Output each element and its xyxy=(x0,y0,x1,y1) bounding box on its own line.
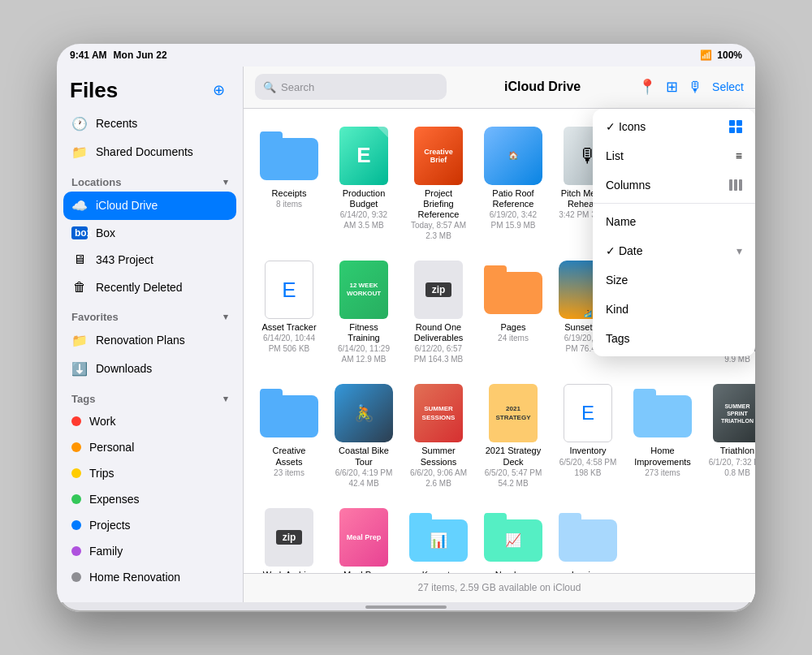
fitness-thumb: 12 WEEK WORKOUT xyxy=(335,261,393,319)
file-item-work-archive[interactable]: zip Work Archive 5/29/20, 10:27 AM 55.7 … xyxy=(257,503,322,573)
dropdown-view-section: ✓ Icons List ≡ Columns xyxy=(593,109,755,204)
dropdown-sort-section: Name ✓ Date ▾ Size Kind Tags xyxy=(593,204,755,356)
dropdown-icons[interactable]: ✓ Icons xyxy=(593,112,755,141)
sidebar-item-deleted[interactable]: 🗑 Recently Deleted xyxy=(63,274,236,301)
sidebar-item-box[interactable]: box Box xyxy=(63,220,236,246)
select-button[interactable]: Select xyxy=(712,80,744,93)
status-bar-right: 📶 100% xyxy=(700,50,742,61)
file-item-pages-folder[interactable]: Pages 24 items xyxy=(481,256,546,369)
file-item-invoices[interactable]: Invoices 8 items xyxy=(555,503,620,573)
file-item-keynote[interactable]: 📊 Keynote 32 items xyxy=(406,503,471,573)
home-imp-name: Home Improvements xyxy=(633,446,692,467)
project-name: Project Briefing Reference xyxy=(409,188,468,221)
file-item-home-imp[interactable]: Home Improvements 273 items xyxy=(630,379,695,493)
trash-icon: 🗑 xyxy=(71,280,88,295)
renovation-icon: 📁 xyxy=(71,333,88,348)
patio-meta: 6/19/20, 3:42 PM 15.9 MB xyxy=(484,209,542,231)
project-thumb: Creative Brief xyxy=(409,127,468,185)
file-item-summer[interactable]: SUMMER SESSIONS Summer Sessions 6/6/20, … xyxy=(406,379,471,493)
coastal-thumb: 🚴 xyxy=(335,384,393,442)
personal-dot xyxy=(71,442,81,452)
round-one-meta: 6/12/20, 6:57 PM 164.3 MB xyxy=(409,343,468,364)
sidebar-item-tag-projects[interactable]: Projects xyxy=(63,512,236,538)
production-name: Production Budget xyxy=(335,188,393,209)
file-item-receipts[interactable]: Receipts 8 items xyxy=(257,122,322,247)
file-item-meal[interactable]: Meal Prep Meal Prep 5/25/20, 8:39 PM 1.4… xyxy=(331,503,396,573)
sidebar-item-tag-work[interactable]: Work xyxy=(63,408,236,434)
file-item-strategy[interactable]: 2021 STRATEGY 2021 Strategy Deck 6/5/20,… xyxy=(481,379,546,493)
file-item-coastal[interactable]: 🚴 Coastal Bike Tour 6/6/20, 4:19 PM 42.4… xyxy=(331,379,396,493)
sidebar-tags-section: Tags ▾ Work Personal Trips Expense xyxy=(57,383,243,590)
creative-thumb xyxy=(260,384,318,442)
file-item-creative[interactable]: Creative Assets 23 items xyxy=(257,379,322,493)
trips-dot xyxy=(71,468,81,478)
summer-thumb: SUMMER SESSIONS xyxy=(409,384,468,442)
downloads-label: Downloads xyxy=(96,362,152,375)
search-icon: 🔍 xyxy=(263,81,276,93)
patio-name: Patio Roof Reference xyxy=(484,188,542,209)
sidebar-item-renovation[interactable]: 📁 Renovation Plans xyxy=(63,326,236,355)
status-bar-left: 9:41 AM Mon Jun 22 xyxy=(70,50,167,61)
toolbar: 🔍 Search iCloud Drive 📍 ⊞ 🎙 Select xyxy=(244,67,755,109)
dropdown-list[interactable]: List ≡ xyxy=(593,141,755,170)
triathlon-thumb: SUMMER SPRINT TRIATHLON xyxy=(708,384,755,442)
sidebar-item-tag-trips[interactable]: Trips xyxy=(63,460,236,486)
sidebar-item-tag-expenses[interactable]: Expenses xyxy=(63,486,236,512)
sidebar-item-recents[interactable]: 🕐 Recents xyxy=(63,110,236,138)
work-archive-thumb: zip xyxy=(260,508,318,567)
sort-size-label: Size xyxy=(606,274,628,287)
file-item-asset[interactable]: E Asset Tracker 6/14/20, 10:44 PM 506 KB xyxy=(257,256,322,369)
fitness-name: Fitness Training xyxy=(335,322,393,343)
sidebar-item-icloud[interactable]: ☁️ iCloud Drive xyxy=(63,192,236,220)
home-imp-meta: 273 items xyxy=(645,468,680,478)
sidebar-item-tag-family[interactable]: Family xyxy=(63,538,236,564)
summer-name: Summer Sessions xyxy=(409,446,468,467)
file-item-round-one[interactable]: zip Round One Deliverables 6/12/20, 6:57… xyxy=(406,256,471,369)
favorites-header[interactable]: Favorites ▾ xyxy=(63,301,236,326)
round-one-name: Round One Deliverables xyxy=(409,322,468,343)
sidebar-item-tag-personal[interactable]: Personal xyxy=(63,434,236,460)
sidebar-item-downloads[interactable]: ⬇️ Downloads xyxy=(63,355,236,383)
dropdown-sort-size[interactable]: Size xyxy=(593,265,755,295)
sidebar-item-shared[interactable]: 📁 Shared Documents xyxy=(63,138,236,166)
file-item-triathlon[interactable]: SUMMER SPRINT TRIATHLON Triathlon 6/1/20… xyxy=(705,379,755,493)
file-item-project[interactable]: Creative Brief Project Briefing Referenc… xyxy=(406,122,471,247)
file-item-patio[interactable]: 🏠 Patio Roof Reference 6/19/20, 3:42 PM … xyxy=(481,122,546,247)
dropdown-sort-name[interactable]: Name xyxy=(593,207,755,236)
dropdown-sort-tags[interactable]: Tags xyxy=(593,324,755,353)
tags-chevron: ▾ xyxy=(223,394,228,404)
receipts-name: Receipts xyxy=(272,188,307,199)
home-imp-thumb xyxy=(633,384,692,442)
search-bar[interactable]: 🔍 Search xyxy=(255,74,447,100)
strategy-thumb: 2021 STRATEGY xyxy=(484,384,542,442)
dropdown-columns[interactable]: Columns xyxy=(593,170,755,200)
sidebar-item-tag-home-reno[interactable]: Home Renovation xyxy=(63,564,236,590)
battery-icon: 100% xyxy=(717,50,742,61)
tags-header[interactable]: Tags ▾ xyxy=(63,383,236,408)
expenses-dot xyxy=(71,494,81,504)
location-pin-button[interactable]: 📍 xyxy=(638,78,656,96)
recents-icon: 🕐 xyxy=(71,116,88,131)
dropdown-sort-kind[interactable]: Kind xyxy=(593,295,755,324)
work-dot xyxy=(71,416,81,426)
file-item-numbers-folder[interactable]: 📈 Numbers 16 items xyxy=(481,503,546,573)
fitness-meta: 6/14/20, 11:29 AM 12.9 MB xyxy=(335,343,393,364)
file-item-fitness[interactable]: 12 WEEK WORKOUT Fitness Training 6/14/20… xyxy=(331,256,396,369)
pages-folder-name: Pages xyxy=(500,322,525,333)
creative-meta: 23 items xyxy=(274,468,304,478)
status-time: 9:41 AM xyxy=(70,50,107,61)
sort-date-label: ✓ Date xyxy=(606,244,642,257)
production-meta: 6/14/20, 9:32 AM 3.5 MB xyxy=(335,209,393,231)
microphone-button[interactable]: 🎙 xyxy=(688,79,702,96)
asset-meta: 6/14/20, 10:44 PM 506 KB xyxy=(260,333,318,354)
sidebar-add-button[interactable]: ⊕ xyxy=(207,79,230,101)
sidebar-header: Files ⊕ xyxy=(57,67,243,110)
dropdown-sort-date[interactable]: ✓ Date ▾ xyxy=(593,236,755,265)
view-toggle-button[interactable]: ⊞ xyxy=(666,78,678,96)
file-item-inventory[interactable]: E Inventory 6/5/20, 4:58 PM 198 KB xyxy=(555,379,620,493)
invoices-thumb xyxy=(559,508,617,567)
file-item-production[interactable]: E Production Budget 6/14/20, 9:32 AM 3.5… xyxy=(331,122,396,247)
numbers-folder-thumb: 📈 xyxy=(484,508,542,567)
sidebar-item-343[interactable]: 🖥 343 Project xyxy=(63,246,236,274)
locations-header[interactable]: Locations ▾ xyxy=(63,166,236,192)
